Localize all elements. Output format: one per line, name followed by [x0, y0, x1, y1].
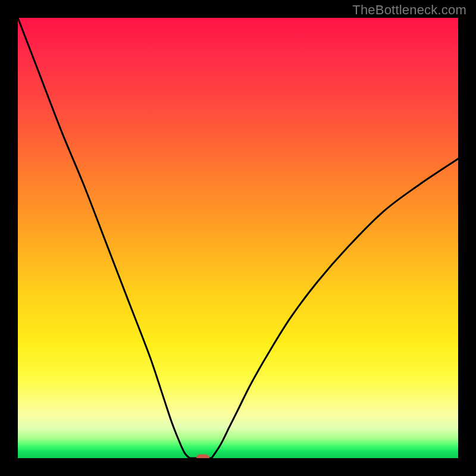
curve-svg	[18, 18, 458, 458]
curve-left-branch	[18, 18, 190, 458]
valley-marker	[196, 455, 209, 459]
curve-right-branch	[212, 159, 458, 458]
watermark-text: TheBottleneck.com	[352, 2, 466, 18]
plot-area	[18, 18, 458, 458]
chart-frame: TheBottleneck.com	[0, 0, 476, 476]
